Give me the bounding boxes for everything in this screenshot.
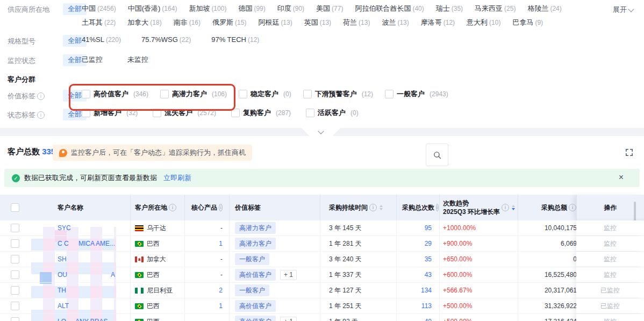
filter-option[interactable]: 未监控 bbox=[127, 55, 148, 65]
filter-checkbox-option[interactable]: 活跃客户(0) bbox=[306, 108, 359, 118]
customer-name-suffix[interactable]: A bbox=[111, 271, 115, 279]
customer-name[interactable]: SYC bbox=[58, 224, 71, 232]
checkbox[interactable] bbox=[160, 90, 169, 98]
total-orders[interactable]: 29 bbox=[396, 236, 439, 251]
row-checkbox[interactable] bbox=[11, 270, 19, 279]
filter-option[interactable]: 已监控 bbox=[82, 55, 103, 65]
filter-option[interactable]: 新加坡(100) bbox=[189, 4, 226, 13]
core-product-count: - bbox=[220, 224, 223, 232]
filter-option[interactable]: 马来西亚(25) bbox=[475, 4, 516, 13]
filter-option[interactable]: 南非(16) bbox=[174, 18, 201, 27]
close-icon[interactable]: × bbox=[619, 173, 624, 182]
checkbox[interactable] bbox=[82, 90, 90, 98]
filter-option[interactable]: 荷兰(13) bbox=[343, 18, 370, 27]
header-trend[interactable]: 次数趋势2025Q3 环比增长率 i bbox=[439, 195, 518, 220]
checkbox[interactable] bbox=[239, 90, 247, 98]
filter-option[interactable]: 中国(2456) bbox=[82, 4, 116, 13]
sort-icon-active[interactable] bbox=[512, 203, 515, 212]
growth-rate: +600.00% bbox=[439, 267, 518, 282]
customer-name[interactable]: C C bbox=[58, 240, 69, 247]
filter-option[interactable]: 意大利(10) bbox=[467, 18, 500, 27]
row-checkbox[interactable] bbox=[11, 286, 19, 295]
filter-option[interactable]: 阿拉伯联合酋长国(40) bbox=[355, 4, 424, 13]
filter-option[interactable]: 瑞士(35) bbox=[436, 4, 463, 13]
header-total-orders[interactable]: 采购总次数i bbox=[396, 195, 439, 220]
filter-checkbox-option[interactable]: 一般客户(2943) bbox=[385, 89, 448, 99]
filter-checkbox-option[interactable]: 流失客户(2572) bbox=[153, 108, 216, 118]
value-tag-badge: 高潜力客户 bbox=[235, 238, 276, 249]
total-orders[interactable]: 35 bbox=[396, 252, 439, 267]
checkbox[interactable] bbox=[153, 109, 161, 117]
summary-bar: 客户总数 3356i 监控客户后，可在「客户动态」追踪采购行为，抓住商机 bbox=[0, 136, 644, 169]
customer-name[interactable]: OU bbox=[58, 271, 67, 279]
checkbox[interactable] bbox=[82, 109, 90, 117]
monitor-action-link[interactable]: 已监控 bbox=[600, 286, 620, 295]
checkbox[interactable] bbox=[306, 109, 314, 117]
filter-option[interactable]: 英国(13) bbox=[304, 18, 331, 27]
monitor-action-link[interactable]: 监控 bbox=[604, 239, 617, 248]
filter-option[interactable]: 巴拿马(9) bbox=[512, 18, 543, 27]
checkbox[interactable] bbox=[385, 90, 393, 98]
spec-model-options: 41%SL(220)75.7%WSG(22)97% TECH(12) bbox=[82, 35, 259, 44]
customer-name-suffix[interactable]: ANY BRASIL... bbox=[75, 318, 115, 321]
filter-checkbox-option[interactable]: 新增客户(32) bbox=[82, 108, 138, 118]
total-orders[interactable]: 134 bbox=[396, 283, 439, 298]
customer-name[interactable]: ALT bbox=[58, 302, 69, 310]
monitor-action-link[interactable]: 监控 bbox=[604, 317, 617, 321]
filter-option[interactable]: 印度(90) bbox=[277, 4, 304, 13]
filter-checkbox-option[interactable]: 复购客户(287) bbox=[231, 108, 291, 118]
row-checkbox[interactable] bbox=[11, 302, 19, 310]
checkbox[interactable] bbox=[303, 90, 312, 98]
filter-option[interactable]: 41%SL(220) bbox=[82, 35, 121, 44]
refresh-now-link[interactable]: 立即刷新 bbox=[163, 173, 191, 183]
header-total-amount[interactable]: 采购总额i bbox=[518, 195, 583, 220]
filter-option[interactable]: 阿根廷(13) bbox=[258, 18, 292, 27]
refresh-banner: ✓ 数据已获取完成，可刷新页面查看最新数据 立即刷新 × bbox=[4, 169, 640, 187]
checkbox[interactable] bbox=[231, 109, 240, 117]
filter-option[interactable]: 75.7%WSG(22) bbox=[141, 35, 191, 44]
total-orders[interactable]: 113 bbox=[396, 298, 439, 313]
select-all-checkbox[interactable] bbox=[11, 203, 19, 212]
filter-option[interactable]: 加拿大(18) bbox=[127, 18, 161, 27]
table-row: OUA 巴西 - 高价值客户+ 1 1 年 337 天 43 +600.00% … bbox=[0, 267, 644, 283]
filter-option[interactable]: 德国(99) bbox=[238, 4, 265, 13]
header-duration[interactable]: 采购持续时间i bbox=[320, 195, 396, 220]
total-orders[interactable]: 43 bbox=[396, 267, 439, 282]
filter-option[interactable]: 中国(香港)(164) bbox=[128, 4, 177, 13]
filter-checkbox-option[interactable]: 下滑预警客户(12) bbox=[303, 89, 373, 99]
monitor-action-link[interactable]: 监控 bbox=[604, 255, 617, 264]
customer-name[interactable]: LOUIS bbox=[58, 318, 75, 321]
customer-name[interactable]: TH bbox=[58, 287, 66, 294]
total-orders[interactable]: 40 bbox=[396, 314, 439, 321]
filter-option[interactable]: 波兰(13) bbox=[382, 18, 409, 27]
filter-checkbox-option[interactable]: 高价值客户(346) bbox=[82, 89, 148, 99]
filter-option[interactable]: 格陵兰(24) bbox=[527, 4, 561, 13]
banner-text: 数据已获取完成，可刷新页面查看最新数据 bbox=[24, 173, 157, 183]
extra-tag-badge: + 1 bbox=[280, 270, 297, 280]
monitor-action-link[interactable]: 监控 bbox=[604, 224, 617, 233]
sort-icon[interactable] bbox=[380, 203, 383, 212]
fullscreen-button[interactable] bbox=[625, 148, 634, 159]
monitor-action-link[interactable]: 监控 bbox=[604, 270, 617, 280]
purchase-duration: 1 年 281 天 bbox=[320, 236, 396, 251]
total-orders[interactable]: 95 bbox=[396, 220, 439, 236]
search-button[interactable] bbox=[426, 144, 448, 166]
filter-option[interactable]: 美国(77) bbox=[316, 4, 343, 13]
customer-name-suffix[interactable]: MICA AME... bbox=[78, 240, 115, 247]
expand-toggle[interactable]: 展开 bbox=[613, 5, 633, 15]
filter-option[interactable]: 土耳其(22) bbox=[82, 18, 116, 27]
filter-option[interactable]: 97% TECH(12) bbox=[211, 35, 259, 44]
row-checkbox[interactable] bbox=[11, 239, 19, 248]
customer-name[interactable]: SH bbox=[58, 255, 67, 263]
row-checkbox[interactable] bbox=[11, 224, 19, 232]
filter-checkbox-option[interactable]: 稳定客户(0) bbox=[239, 89, 291, 99]
monitor-action-link[interactable]: 已监控 bbox=[600, 302, 620, 311]
core-product-count: - bbox=[220, 318, 223, 321]
filter-option[interactable]: 摩洛哥(12) bbox=[421, 18, 455, 27]
row-checkbox[interactable] bbox=[11, 255, 19, 263]
vertical-scrollbar[interactable] bbox=[634, 202, 636, 222]
filter-checkbox-option[interactable]: 高潜力客户(106) bbox=[160, 89, 227, 99]
row-checkbox[interactable] bbox=[11, 317, 19, 321]
growth-rate: +566.67% bbox=[439, 283, 518, 298]
filter-option[interactable]: 俄罗斯(15) bbox=[212, 18, 246, 27]
